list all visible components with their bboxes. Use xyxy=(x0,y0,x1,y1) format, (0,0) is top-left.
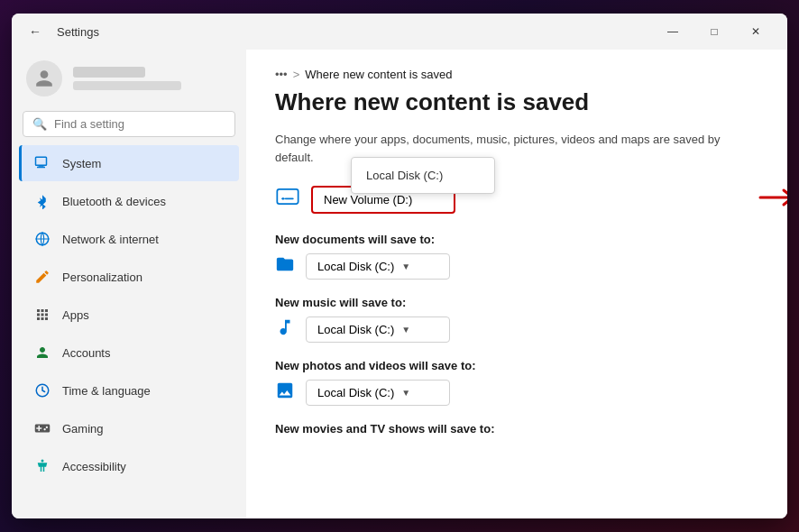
main-content: ••• > Where new content is saved Where n… xyxy=(246,50,787,518)
photos-section: New photos and videos will save to: Loca… xyxy=(275,359,758,406)
user-info xyxy=(73,67,181,90)
sidebar-label-personalization: Personalization xyxy=(62,271,142,284)
personalization-icon xyxy=(33,268,51,286)
sidebar-label-apps: Apps xyxy=(62,308,89,322)
documents-title: New documents will save to: xyxy=(275,233,758,246)
red-arrow-indicator xyxy=(758,187,787,212)
sidebar-item-gaming[interactable]: Gaming xyxy=(19,410,239,446)
photos-dropdown[interactable]: Local Disk (C:) ▼ xyxy=(306,380,450,406)
dropdown-option-c[interactable]: Local Disk (C:) xyxy=(352,161,494,189)
sidebar-item-personalization[interactable]: Personalization xyxy=(19,259,239,295)
new-apps-section: Local Disk (C:) New Volume (D:) xyxy=(275,184,758,215)
sidebar-label-accounts: Accounts xyxy=(62,346,110,360)
titlebar: ← Settings — □ ✕ xyxy=(12,14,787,50)
page-title: Where new content is saved xyxy=(275,88,758,116)
sidebar-item-accounts[interactable]: Accounts xyxy=(19,335,239,371)
breadcrumb-separator: > xyxy=(293,68,300,81)
music-dropdown[interactable]: Local Disk (C:) ▼ xyxy=(306,316,450,343)
minimize-button[interactable]: — xyxy=(652,17,693,46)
photos-icon xyxy=(275,381,295,405)
svg-point-7 xyxy=(282,197,284,199)
sidebar-label-gaming: Gaming xyxy=(62,422,104,436)
movies-section: New movies and TV shows will save to: xyxy=(275,422,758,436)
documents-selected: Local Disk (C:) xyxy=(317,260,394,273)
sidebar-label-bluetooth: Bluetooth & devices xyxy=(62,195,166,208)
settings-window: ← Settings — □ ✕ 🔍 xyxy=(12,14,787,518)
documents-section: New documents will save to: Local Disk (… xyxy=(275,233,758,280)
accessibility-icon xyxy=(33,457,51,475)
svg-point-5 xyxy=(41,460,44,463)
time-icon xyxy=(33,381,51,399)
photos-title: New photos and videos will save to: xyxy=(275,359,758,372)
user-name xyxy=(73,67,145,78)
sidebar-label-accessibility: Accessibility xyxy=(62,460,126,473)
new-apps-dropdown-container: Local Disk (C:) New Volume (D:) xyxy=(275,184,758,215)
titlebar-left: ← Settings xyxy=(23,19,652,44)
sidebar-item-apps[interactable]: Apps xyxy=(19,297,239,333)
movies-title: New movies and TV shows will save to: xyxy=(275,422,758,436)
close-button[interactable]: ✕ xyxy=(735,17,776,46)
gaming-icon xyxy=(33,419,51,437)
music-icon xyxy=(275,317,295,342)
new-apps-selected-value: New Volume (D:) xyxy=(324,193,412,206)
sidebar-item-network[interactable]: Network & internet xyxy=(19,221,239,257)
music-title: New music will save to: xyxy=(275,296,758,309)
breadcrumb-current: Where new content is saved xyxy=(305,68,452,81)
music-section: New music will save to: Local Disk (C:) … xyxy=(275,296,758,343)
breadcrumb: ••• > Where new content is saved xyxy=(275,68,758,81)
sidebar-label-network: Network & internet xyxy=(62,233,159,246)
apps-icon xyxy=(33,306,51,324)
music-chevron: ▼ xyxy=(401,325,410,335)
user-email xyxy=(73,81,181,90)
svg-rect-1 xyxy=(39,165,44,167)
avatar xyxy=(26,60,62,96)
network-icon xyxy=(33,230,51,248)
svg-rect-2 xyxy=(37,167,45,169)
photos-row: Local Disk (C:) ▼ xyxy=(275,380,758,406)
accounts-icon xyxy=(33,344,51,362)
content-area: 🔍 System Bluetooth & devices Netwo xyxy=(12,50,787,518)
music-row: Local Disk (C:) ▼ xyxy=(275,316,758,343)
sidebar-item-time[interactable]: Time & language xyxy=(19,372,239,408)
back-button[interactable]: ← xyxy=(23,19,48,44)
window-controls: — □ ✕ xyxy=(652,17,776,46)
documents-chevron: ▼ xyxy=(401,261,410,271)
sidebar-item-accessibility[interactable]: Accessibility xyxy=(19,448,239,484)
documents-icon xyxy=(275,254,295,279)
svg-rect-6 xyxy=(277,189,298,204)
music-selected: Local Disk (C:) xyxy=(317,323,394,336)
page-description: Change where your apps, documents, music… xyxy=(275,131,758,166)
svg-rect-0 xyxy=(36,157,47,165)
user-section xyxy=(12,50,246,111)
system-icon xyxy=(33,154,51,172)
drive-icon xyxy=(275,184,300,215)
search-box[interactable]: 🔍 xyxy=(23,111,235,137)
sidebar-item-bluetooth[interactable]: Bluetooth & devices xyxy=(19,183,239,219)
search-input[interactable] xyxy=(54,117,225,131)
documents-dropdown[interactable]: Local Disk (C:) ▼ xyxy=(306,253,450,280)
titlebar-title: Settings xyxy=(57,25,99,39)
new-apps-dropdown-wrapper: Local Disk (C:) New Volume (D:) xyxy=(311,186,455,214)
maximize-button[interactable]: □ xyxy=(693,17,735,46)
sidebar-label-system: System xyxy=(62,157,101,170)
documents-row: Local Disk (C:) ▼ xyxy=(275,253,758,280)
photos-selected: Local Disk (C:) xyxy=(317,386,394,399)
search-icon: 🔍 xyxy=(32,117,47,131)
photos-chevron: ▼ xyxy=(401,388,410,398)
bluetooth-icon xyxy=(33,192,51,210)
breadcrumb-dots: ••• xyxy=(275,68,288,81)
sidebar: 🔍 System Bluetooth & devices Netwo xyxy=(12,50,246,518)
sidebar-item-system[interactable]: System xyxy=(19,145,239,181)
sidebar-label-time: Time & language xyxy=(62,384,151,398)
new-apps-dropdown-menu[interactable]: Local Disk (C:) xyxy=(351,157,495,194)
